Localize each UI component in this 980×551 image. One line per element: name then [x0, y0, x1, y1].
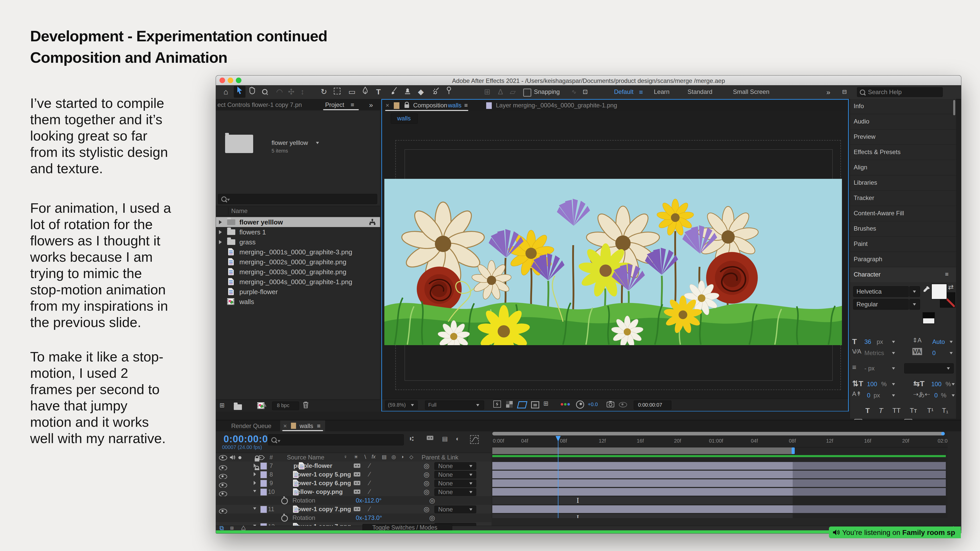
font-size-value[interactable]: 36	[864, 338, 871, 345]
search-help-box[interactable]: Search Help	[857, 87, 943, 97]
workspace-default-tab[interactable]: Default	[614, 88, 633, 95]
hide-shy-layers-icon[interactable]	[427, 436, 433, 441]
project-item-row[interactable]: purple-flower	[216, 287, 380, 297]
workspace-learn-tab[interactable]: Learn	[654, 88, 670, 95]
work-area-bar[interactable]	[492, 448, 793, 454]
shy-switch-icon[interactable]	[354, 507, 360, 512]
adjust-settings-icon[interactable]: ✎	[262, 402, 267, 409]
parent-dropdown[interactable]: None	[434, 462, 476, 470]
panel-tab-effects-presets[interactable]: Effects & Presets	[850, 145, 956, 160]
quality-switch-icon[interactable]: ∕	[369, 470, 370, 478]
panel-tab-paint[interactable]: Paint	[850, 237, 956, 251]
panel-tab-brushes[interactable]: Brushes	[850, 221, 956, 236]
all-caps-button[interactable]: TT	[892, 407, 900, 414]
current-timecode[interactable]: 0:00:00:07	[224, 433, 274, 445]
layer-bar[interactable]	[492, 479, 793, 487]
workspace-menu-icon[interactable]: ≡	[639, 88, 643, 96]
panel-tab-content-aware-fill[interactable]: Content-Aware Fill	[850, 206, 956, 221]
layer-bar[interactable]	[492, 471, 793, 478]
eye-icon[interactable]	[219, 491, 227, 497]
workspace-overflow-chevrons[interactable]: »	[826, 88, 830, 97]
shape-tool-icon[interactable]: ▭	[346, 86, 358, 98]
project-item-row[interactable]: grass	[216, 237, 380, 247]
font-family-dropdown[interactable]: Helvetica	[853, 286, 909, 297]
selection-tool-icon[interactable]	[234, 86, 245, 98]
orbit-camera-tool-icon[interactable]: ◠	[274, 86, 285, 98]
airplay-status-overlay[interactable]: You’re listening on Family room sp	[829, 527, 961, 538]
collapse-disclosure-icon[interactable]	[253, 490, 256, 492]
tsume-chevron[interactable]	[952, 394, 955, 397]
project-tab-overflow[interactable]: »	[369, 101, 373, 109]
project-item-row[interactable]: merging-_0003s_0000_graphite.png	[216, 267, 380, 277]
tracking-value[interactable]: 0	[932, 349, 935, 357]
superscript-button[interactable]: T¹	[927, 407, 934, 414]
quality-switch-icon[interactable]: ∕	[369, 479, 370, 487]
tab-timeline-walls[interactable]: × walls ≡	[280, 421, 325, 431]
faux-bold-button[interactable]: T	[865, 407, 870, 415]
home-icon[interactable]: ⌂	[220, 86, 232, 98]
preview-dropdown-icon[interactable]	[316, 142, 319, 144]
region-of-interest-icon[interactable]	[531, 401, 539, 408]
layer-color-chip[interactable]	[260, 480, 267, 487]
layer-bar[interactable]	[492, 505, 793, 513]
kerning-value[interactable]: Metrics	[864, 349, 884, 357]
faux-italic-button[interactable]: T	[879, 407, 883, 415]
panel-tab-libraries[interactable]: Libraries	[850, 176, 956, 190]
shy-switch-icon[interactable]	[354, 464, 360, 469]
property-row[interactable]: Rotation 0x-173.0° ◎	[216, 513, 492, 522]
type-tool-icon[interactable]: T	[372, 86, 384, 98]
timeline-search-input[interactable]	[268, 434, 404, 445]
fill-color-swatch[interactable]	[931, 284, 947, 300]
stopwatch-icon[interactable]	[281, 498, 288, 504]
eyedropper-icon[interactable]	[923, 286, 930, 294]
workspace-standard-tab[interactable]: Standard	[687, 88, 712, 95]
parent-dropdown[interactable]: None	[434, 488, 476, 496]
parent-pickwhip-icon[interactable]: ◎	[424, 462, 430, 470]
quality-switch-icon[interactable]: ∕	[369, 505, 370, 513]
horizontal-scale-chevron[interactable]	[952, 383, 955, 386]
exposure-value[interactable]: +0.0	[588, 402, 598, 407]
eye-icon[interactable]	[219, 465, 227, 471]
source-name-column[interactable]: Source Name	[287, 454, 325, 461]
dolly-camera-tool-icon[interactable]: ↕	[297, 86, 308, 98]
parent-link-column[interactable]: Parent & Link	[422, 454, 458, 461]
snap-guides-icon[interactable]: ⊡	[579, 86, 591, 98]
collapse-disclosure-icon[interactable]	[253, 507, 256, 510]
project-col-name[interactable]: Name	[231, 207, 248, 214]
composition-mini-flowchart-icon[interactable]: ⑆	[410, 435, 414, 442]
keyframe-icon[interactable]: I	[576, 514, 579, 518]
eye-icon[interactable]	[219, 474, 227, 479]
composition-tab-name[interactable]: walls	[448, 102, 461, 109]
pen-tool-icon[interactable]	[360, 86, 371, 98]
panel-tab-audio[interactable]: Audio	[850, 114, 956, 129]
close-tab-icon[interactable]: ×	[386, 102, 389, 109]
parent-dropdown[interactable]: None	[434, 471, 476, 478]
parent-dropdown[interactable]: None	[434, 506, 476, 513]
composition-panel-menu-icon[interactable]: ≡	[464, 102, 468, 109]
project-search-input[interactable]	[218, 194, 377, 204]
parent-dropdown[interactable]: None	[434, 480, 476, 487]
layer-bar[interactable]	[492, 462, 793, 470]
project-panel-menu-icon[interactable]: ≡	[351, 101, 354, 108]
transparency-grid-icon[interactable]	[506, 401, 513, 408]
keyframe-icon[interactable]: I	[576, 497, 579, 504]
layer-bar[interactable]	[492, 488, 793, 495]
font-size-chevron[interactable]	[892, 341, 895, 343]
roto-brush-tool-icon[interactable]	[430, 86, 442, 98]
panel-tab-paragraph[interactable]: Paragraph	[850, 252, 956, 267]
parent-pickwhip-icon[interactable]: ◎	[429, 497, 435, 505]
composition-breadcrumb[interactable]: walls	[391, 114, 418, 124]
composition-tab-label[interactable]: Composition	[413, 102, 447, 109]
eye-icon[interactable]	[219, 509, 227, 514]
layer-color-chip[interactable]	[260, 471, 267, 478]
font-style-dropdown[interactable]: Regular	[853, 299, 909, 310]
panel-tab-align[interactable]: Align	[850, 160, 956, 175]
layer-row[interactable]: 10 yellow- copy.png ∕ ◎ None	[216, 487, 492, 496]
project-item-row[interactable]: merging-_0004s_0000_graphite-1.png	[216, 277, 380, 287]
tsume-value[interactable]: 0	[934, 392, 938, 399]
timeline-pan-scrollbar[interactable]	[492, 432, 944, 435]
panel-tab-character[interactable]: Character ≡	[850, 267, 956, 282]
solo-column-icon[interactable]	[239, 456, 242, 459]
resolution-dropdown[interactable]: Full	[425, 400, 484, 410]
rotation-tool-icon[interactable]: ↻	[318, 86, 330, 98]
